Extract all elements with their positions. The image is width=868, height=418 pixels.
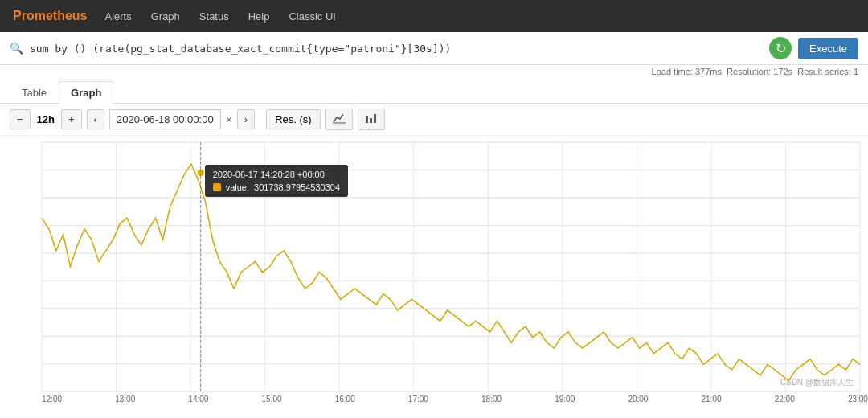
- meta-bar: Load time: 377ms Resolution: 172s Result…: [0, 65, 868, 78]
- resolution-button[interactable]: Res. (s): [266, 109, 321, 129]
- brand: Prometheus: [13, 9, 87, 23]
- x-label-6: 18:00: [481, 395, 502, 404]
- x-label-2: 14:00: [188, 395, 208, 404]
- load-time: Load time: 377ms: [652, 67, 722, 76]
- execute-button[interactable]: Execute: [798, 38, 858, 59]
- nav-help[interactable]: Help: [247, 7, 272, 26]
- chart-container: 325.00k 300.00k 275.00k 250.00k 225.00k …: [0, 136, 868, 418]
- nav-graph[interactable]: Graph: [149, 7, 182, 26]
- controls: − 12h + ‹ 2020-06-18 00:00:00 × › Res. (…: [0, 104, 868, 136]
- clear-button[interactable]: ×: [226, 113, 232, 126]
- tab-graph[interactable]: Graph: [59, 81, 113, 104]
- x-label-7: 19:00: [555, 395, 575, 404]
- svg-rect-15: [42, 142, 860, 391]
- nav-classic-ui[interactable]: Classic UI: [287, 7, 338, 26]
- x-label-9: 21:00: [702, 395, 722, 404]
- minus-button[interactable]: −: [10, 109, 31, 129]
- prev-button[interactable]: ‹: [87, 109, 104, 129]
- search-bar: 🔍 ↻ Execute: [0, 32, 868, 65]
- tabs: Table Graph: [0, 78, 868, 104]
- plus-button[interactable]: +: [61, 109, 82, 129]
- refresh-button[interactable]: ↻: [769, 37, 792, 59]
- x-label-5: 17:00: [408, 395, 428, 404]
- x-axis: 12:00 13:00 14:00 15:00 16:00 17:00 18:0…: [42, 391, 868, 404]
- x-label-10: 22:00: [775, 395, 795, 404]
- nav-alerts[interactable]: Alerts: [103, 7, 133, 26]
- search-input[interactable]: [30, 43, 763, 55]
- svg-rect-1: [366, 116, 368, 123]
- chart-svg: [42, 142, 860, 391]
- x-label-8: 20:00: [628, 395, 648, 404]
- search-icon: 🔍: [10, 42, 23, 55]
- svg-rect-2: [370, 118, 372, 123]
- line-chart-icon: [333, 113, 346, 124]
- x-label-0: 12:00: [42, 395, 62, 404]
- navbar: Prometheus Alerts Graph Status Help Clas…: [0, 0, 868, 32]
- line-chart-button[interactable]: [326, 109, 353, 130]
- result-series: Result series: 1: [797, 67, 858, 76]
- bar-chart-button[interactable]: [358, 109, 385, 130]
- tab-table[interactable]: Table: [10, 81, 59, 104]
- time-display: 2020-06-18 00:00:00: [109, 109, 221, 129]
- x-label-4: 16:00: [335, 395, 355, 404]
- chart-area: 2020-06-17 14:20:28 +00:00 value: 301738…: [42, 142, 860, 391]
- nav-status[interactable]: Status: [198, 7, 231, 26]
- x-label-11: 23:00: [848, 395, 868, 404]
- next-button[interactable]: ›: [237, 109, 255, 129]
- watermark: CSDN @数据库人生: [780, 377, 854, 388]
- bar-chart-icon: [365, 113, 378, 124]
- duration-label: 12h: [35, 113, 56, 125]
- svg-point-29: [198, 170, 204, 176]
- svg-rect-3: [374, 114, 376, 123]
- resolution: Resolution: 172s: [727, 67, 792, 76]
- x-label-1: 13:00: [115, 395, 135, 404]
- x-label-3: 15:00: [262, 395, 282, 404]
